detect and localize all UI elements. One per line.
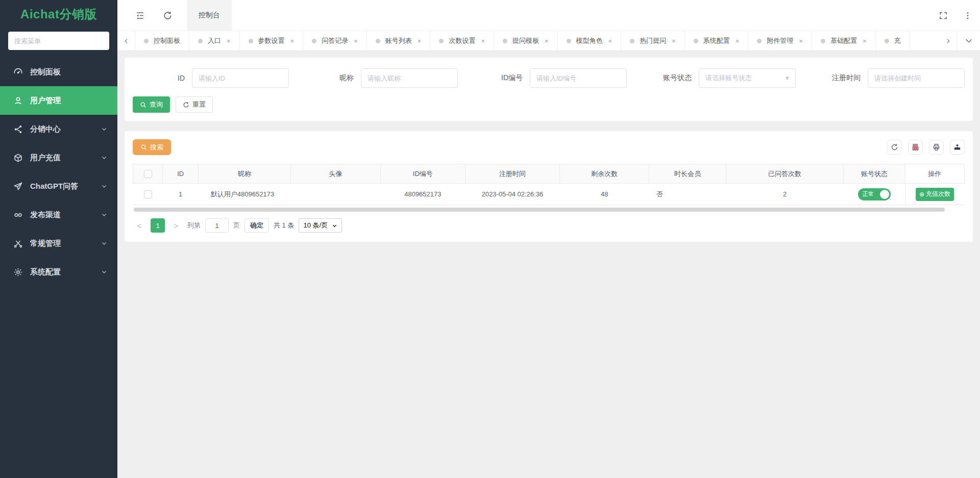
sidebar-item-dashboard[interactable]: 控制面板 (0, 58, 117, 86)
scissors-icon (13, 239, 23, 248)
page-size-select[interactable]: 10 条/页 (299, 218, 342, 233)
sidebar-item-distribution-center[interactable]: 分销中心 (0, 115, 117, 143)
status-toggle-label: 正常 (858, 190, 874, 198)
tab-close-icon[interactable]: × (863, 38, 867, 44)
row-select-cell (133, 184, 163, 205)
account-status-select[interactable]: 请选择账号状态 ▼ (699, 68, 796, 88)
reset-button[interactable]: 重置 (176, 96, 213, 113)
query-button[interactable]: 查询 (133, 96, 170, 113)
register-time-input[interactable] (868, 68, 965, 88)
column-settings-button[interactable] (908, 140, 923, 155)
tab-item[interactable]: 模型角色 × (557, 31, 621, 51)
refresh-page-button[interactable] (157, 0, 178, 31)
tab-item[interactable]: 控制面板 (135, 31, 189, 51)
col-header-remaining-count: 剩余次数 (560, 164, 649, 184)
sidebar: Aichat分销版 控制面板 用户管理 分销中心 (0, 0, 117, 478)
row-actions-cell: ⊕ 充值次数 (905, 184, 964, 205)
sidebar-item-label: 系统配置 (30, 267, 101, 277)
send-icon (13, 182, 23, 191)
prev-page-button[interactable]: < (133, 218, 146, 233)
fullscreen-button[interactable] (931, 0, 955, 31)
menu-fold-icon (135, 11, 145, 20)
nickname-input[interactable] (361, 68, 458, 88)
tab-item[interactable]: 账号列表 × (366, 31, 430, 51)
tab-close-icon[interactable]: × (608, 38, 612, 44)
sidebar-item-user-management[interactable]: 用户管理 (0, 86, 117, 115)
sidebar-item-label: ChatGPT问答 (30, 182, 101, 191)
main-area: 控制台 (117, 0, 980, 478)
nickname-field-group: 昵称 (302, 68, 458, 88)
sidebar-item-chatgpt-qa[interactable]: ChatGPT问答 (0, 172, 117, 200)
table-search-button[interactable]: 搜索 (133, 139, 171, 155)
sidebar-item-user-recharge[interactable]: 用户充值 (0, 143, 117, 172)
tab-item[interactable]: 热门提问 × (621, 31, 684, 51)
tab-item[interactable]: 系统配置 × (684, 31, 748, 51)
sidebar-menu: 控制面板 用户管理 分销中心 用户充 (0, 58, 117, 286)
tab-dot-icon (567, 39, 571, 43)
row-status-cell: 正常 (844, 184, 905, 205)
tab-item[interactable]: 基础配置 × (812, 31, 875, 51)
tab-dot-icon (198, 39, 203, 43)
page-1-button[interactable]: 1 (151, 218, 165, 233)
tabs-dropdown-button[interactable] (957, 31, 980, 51)
account-status-toggle[interactable]: 正常 (858, 188, 891, 200)
sidebar-item-general-management[interactable]: 常规管理 (0, 229, 117, 258)
collapse-sidebar-button[interactable] (130, 0, 150, 31)
sidebar-item-system-config[interactable]: 系统配置 (0, 258, 117, 286)
tab-dot-icon (885, 39, 889, 43)
tab-item[interactable]: 问答记录 × (303, 31, 366, 51)
tab-close-icon[interactable]: × (736, 38, 740, 44)
tab-close-icon[interactable]: × (354, 38, 358, 44)
tab-item[interactable]: 附件管理 × (748, 31, 812, 51)
row-duration-member-cell: 否 (649, 184, 726, 205)
tab-dot-icon (694, 39, 698, 43)
tab-item[interactable]: 次数设置 × (430, 31, 494, 51)
select-placeholder: 请选择账号状态 (705, 73, 785, 83)
tab-item[interactable]: 充 (875, 31, 910, 51)
row-checkbox[interactable] (144, 190, 152, 198)
link-icon (13, 210, 23, 220)
tab-close-icon[interactable]: × (799, 38, 803, 44)
scrollbar-thumb[interactable] (134, 208, 945, 212)
col-header-id-number: ID编号 (381, 164, 465, 184)
print-button[interactable] (929, 140, 944, 155)
refresh-icon (183, 102, 189, 108)
tab-item[interactable]: 提问模板 × (494, 31, 557, 51)
menu-search-input[interactable] (8, 32, 109, 50)
tab-close-icon[interactable]: × (672, 38, 676, 44)
goto-page-input[interactable] (205, 218, 229, 233)
share-icon (13, 124, 23, 134)
tab-close-icon[interactable]: × (481, 38, 485, 44)
tab-close-icon[interactable]: × (290, 38, 295, 44)
row-answered-count-cell: 2 (726, 184, 844, 205)
tabs-scroll-left-button[interactable] (117, 31, 135, 51)
col-header-answered-count: 已问答次数 (726, 164, 844, 184)
open-tabs: 控制面板 入口 × 参数设置 × 问答记录 × (135, 31, 939, 51)
box-icon (13, 153, 23, 163)
select-all-checkbox[interactable] (144, 170, 152, 178)
recharge-count-button[interactable]: ⊕ 充值次数 (916, 188, 954, 201)
tab-close-icon[interactable]: × (227, 38, 231, 44)
export-button[interactable] (950, 140, 965, 155)
tab-item[interactable]: 入口 × (189, 31, 239, 51)
console-tab[interactable]: 控制台 (187, 0, 232, 31)
tab-label: 问答记录 (322, 36, 348, 45)
tabs-scroll-right-button[interactable] (939, 31, 957, 51)
tab-close-icon[interactable]: × (418, 38, 422, 44)
account-status-field-group: 账号状态 请选择账号状态 ▼ (640, 68, 796, 88)
more-menu-button[interactable] (955, 0, 980, 31)
query-button-label: 查询 (150, 100, 163, 109)
sidebar-item-publish-channel[interactable]: 发布渠道 (0, 200, 117, 229)
select-all-header-cell (133, 164, 163, 184)
tab-close-icon[interactable]: × (545, 38, 549, 44)
tab-item[interactable]: 参数设置 × (239, 31, 303, 51)
id-number-input[interactable] (530, 68, 627, 88)
id-input[interactable] (192, 68, 289, 88)
tab-label: 账号列表 (385, 36, 412, 45)
table-refresh-button[interactable] (887, 140, 902, 155)
sidebar-item-label: 用户充值 (30, 153, 101, 163)
goto-confirm-button[interactable]: 确定 (244, 218, 269, 233)
next-page-button[interactable]: > (169, 218, 183, 233)
more-vertical-icon (963, 11, 972, 20)
chevron-right-icon (945, 38, 951, 44)
